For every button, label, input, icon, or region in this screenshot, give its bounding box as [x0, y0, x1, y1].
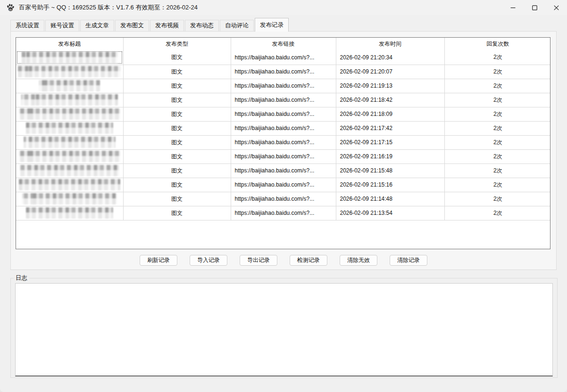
cell-replies: 2次: [444, 107, 550, 121]
cell-time: 2026-02-09 21:20:34: [336, 50, 444, 65]
cell-time: 2026-02-09 21:19:13: [336, 79, 444, 93]
tab[interactable]: 发布图文: [115, 20, 149, 31]
cell-link: https://baijiahao.baidu.com/s?...: [231, 192, 336, 206]
close-button[interactable]: [545, 0, 567, 15]
cell-time: 2026-02-09 21:16:19: [336, 149, 444, 163]
action-button[interactable]: 导入记录: [190, 255, 227, 266]
masked-title-text: [39, 80, 100, 91]
records-table: 发布标题 发布类型 发布链接 发布时间 回复次数 图文: [16, 37, 550, 249]
action-button[interactable]: 检测记录: [290, 255, 327, 266]
cell-type: 图文: [123, 135, 231, 149]
masked-title-text: [19, 179, 120, 190]
table-row[interactable]: 图文 https://baijiahao.baidu.com/s?... 202…: [16, 192, 550, 206]
column-header-replies[interactable]: 回复次数: [444, 38, 550, 50]
column-header-time[interactable]: 发布时间: [336, 38, 444, 50]
masked-title-text: [21, 94, 118, 106]
cell-title: [16, 93, 123, 107]
masked-title-text: [19, 108, 120, 120]
tab[interactable]: 发布动态: [185, 20, 219, 31]
masked-title-text: [22, 193, 117, 204]
records-table-body: 图文 https://baijiahao.baidu.com/s?... 202…: [16, 50, 550, 220]
cell-link: https://baijiahao.baidu.com/s?...: [231, 163, 336, 178]
cell-title: [16, 178, 123, 192]
cell-type: 图文: [123, 192, 231, 206]
tab[interactable]: 账号设置: [45, 20, 79, 31]
log-label: 日志: [14, 274, 29, 282]
cell-time: 2026-02-09 21:15:48: [336, 163, 444, 178]
log-groupbox: 日志: [10, 274, 558, 378]
cell-title: [16, 163, 123, 178]
tab[interactable]: 系统设置: [10, 20, 44, 31]
table-row[interactable]: 图文 https://baijiahao.baidu.com/s?... 202…: [16, 206, 550, 220]
cell-time: 2026-02-09 21:13:54: [336, 206, 444, 220]
cell-replies: 2次: [444, 79, 550, 93]
cell-time: 2026-02-09 21:20:07: [336, 65, 444, 79]
table-row[interactable]: 图文 https://baijiahao.baidu.com/s?... 202…: [16, 149, 550, 163]
cell-type: 图文: [123, 79, 231, 93]
action-button[interactable]: 导出记录: [240, 255, 277, 266]
masked-title-text: [21, 52, 118, 63]
cell-replies: 2次: [444, 178, 550, 192]
table-row[interactable]: 图文 https://baijiahao.baidu.com/s?... 202…: [16, 178, 550, 192]
tab[interactable]: 自动评论: [220, 20, 254, 31]
cell-title: [16, 121, 123, 135]
table-row[interactable]: 图文 https://baijiahao.baidu.com/s?... 202…: [16, 93, 550, 107]
cell-replies: 2次: [444, 93, 550, 107]
cell-title: [16, 79, 123, 93]
table-row[interactable]: 图文 https://baijiahao.baidu.com/s?... 202…: [16, 135, 550, 149]
cell-link: https://baijiahao.baidu.com/s?...: [231, 121, 336, 135]
tab[interactable]: 发布视频: [150, 20, 184, 31]
window-controls: [502, 0, 567, 15]
cell-link: https://baijiahao.baidu.com/s?...: [231, 135, 336, 149]
cell-title: [16, 135, 123, 149]
column-header-type[interactable]: 发布类型: [123, 38, 231, 50]
cell-link: https://baijiahao.baidu.com/s?...: [231, 65, 336, 79]
masked-title-text: [20, 165, 119, 176]
cell-replies: 2次: [444, 192, 550, 206]
table-row[interactable]: 图文 https://baijiahao.baidu.com/s?... 202…: [16, 163, 550, 178]
cell-time: 2026-02-09 21:14:48: [336, 192, 444, 206]
cell-link: https://baijiahao.baidu.com/s?...: [231, 149, 336, 163]
cell-title: [16, 65, 123, 79]
action-button[interactable]: 刷新记录: [140, 255, 177, 266]
masked-title-text: [18, 66, 121, 77]
tab[interactable]: 发布记录: [255, 18, 289, 32]
svg-text:du: du: [9, 8, 12, 11]
cell-time: 2026-02-09 21:17:15: [336, 135, 444, 149]
table-row[interactable]: 图文 https://baijiahao.baidu.com/s?... 202…: [16, 107, 550, 121]
table-row[interactable]: 图文 https://baijiahao.baidu.com/s?... 202…: [16, 121, 550, 135]
titlebar: du 百家号助手 ~ QQ：1692525 版本：V1.7.6 有效期至：202…: [0, 0, 567, 15]
action-button[interactable]: 清除无效: [340, 255, 377, 266]
minimize-button[interactable]: [502, 0, 524, 15]
maximize-button[interactable]: [524, 0, 545, 15]
action-button[interactable]: 清除记录: [390, 255, 427, 266]
cell-link: https://baijiahao.baidu.com/s?...: [231, 178, 336, 192]
log-output[interactable]: [15, 283, 553, 376]
masked-title-text: [26, 122, 113, 134]
actions-bar: 刷新记录 导入记录 导出记录 检测记录 清除无效 清除记录: [11, 255, 556, 266]
column-header-link[interactable]: 发布链接: [231, 38, 336, 50]
masked-title-text: [19, 151, 120, 162]
cell-link: https://baijiahao.baidu.com/s?...: [231, 93, 336, 107]
cell-link: https://baijiahao.baidu.com/s?...: [231, 206, 336, 220]
tab[interactable]: 生成文章: [80, 20, 114, 31]
cell-replies: 2次: [444, 135, 550, 149]
cell-replies: 2次: [444, 206, 550, 220]
cell-type: 图文: [123, 121, 231, 135]
column-header-title[interactable]: 发布标题: [16, 38, 123, 50]
cell-type: 图文: [123, 206, 231, 220]
masked-title-text: [26, 207, 113, 219]
table-row[interactable]: 图文 https://baijiahao.baidu.com/s?... 202…: [16, 50, 550, 65]
tab-bar: 系统设置 账号设置 生成文章 发布图文 发布视频 发布动态 自动评论 发布记录: [0, 15, 567, 31]
cell-link: https://baijiahao.baidu.com/s?...: [231, 50, 336, 65]
baidu-paw-logo-icon: du: [6, 3, 15, 12]
cell-time: 2026-02-09 21:18:42: [336, 93, 444, 107]
cell-time: 2026-02-09 21:18:09: [336, 107, 444, 121]
cell-replies: 2次: [444, 163, 550, 178]
cell-type: 图文: [123, 149, 231, 163]
table-header-row: 发布标题 发布类型 发布链接 发布时间 回复次数: [16, 38, 550, 50]
table-row[interactable]: 图文 https://baijiahao.baidu.com/s?... 202…: [16, 79, 550, 93]
table-row[interactable]: 图文 https://baijiahao.baidu.com/s?... 202…: [16, 65, 550, 79]
cell-type: 图文: [123, 178, 231, 192]
tab-page-publish-records: 发布标题 发布类型 发布链接 发布时间 回复次数 图文: [10, 31, 557, 270]
